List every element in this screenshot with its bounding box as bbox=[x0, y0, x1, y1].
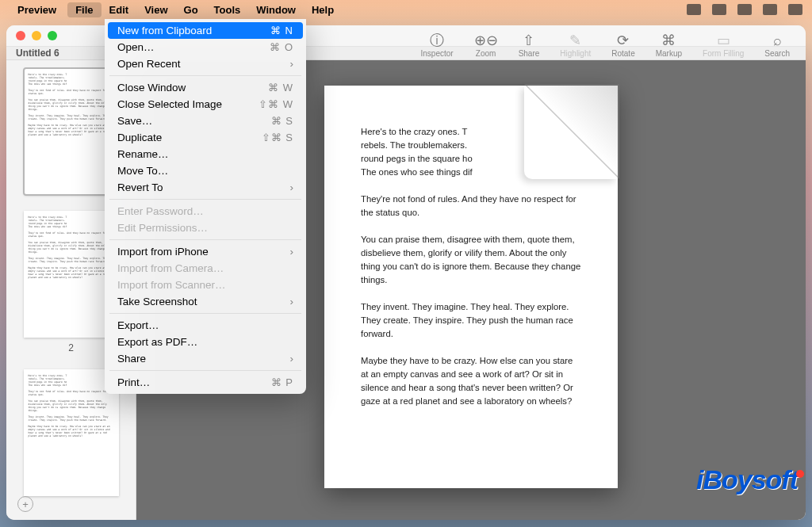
document-paragraph: You can praise them, disagree with them,… bbox=[361, 233, 581, 287]
menu-item-label: Enter Password… bbox=[117, 205, 204, 217]
toolbar-rotate[interactable]: ⟳Rotate bbox=[603, 30, 642, 59]
toolbar-markup[interactable]: ⌘Markup bbox=[648, 30, 690, 59]
menubar-status-icons bbox=[687, 4, 802, 15]
toolbar-label: Share bbox=[519, 49, 540, 58]
page-curl-decoration bbox=[523, 86, 618, 181]
status-icon[interactable] bbox=[788, 4, 802, 15]
chevron-right-icon: › bbox=[290, 353, 294, 365]
menu-item-label: Import from iPhone bbox=[117, 246, 209, 258]
minimize-window-button[interactable] bbox=[32, 31, 41, 40]
toolbar-label: Form Filling bbox=[703, 49, 744, 58]
menu-item-rename[interactable]: Rename… bbox=[108, 146, 303, 162]
menu-item-label: Move To… bbox=[117, 165, 168, 177]
watermark: iBoysoft bbox=[696, 464, 804, 495]
document-tab[interactable]: Untitled 6 bbox=[16, 48, 59, 59]
menu-item-import-from-camera: Import from Camera… bbox=[108, 260, 303, 277]
menu-shortcut: ⌘ O bbox=[270, 41, 293, 53]
toolbar-highlight: ✎Highlight bbox=[552, 30, 599, 59]
menu-item-label: Import from Scanner… bbox=[117, 279, 226, 291]
zoom-window-button[interactable] bbox=[48, 31, 57, 40]
menu-separator bbox=[109, 199, 301, 200]
menu-separator bbox=[109, 370, 301, 371]
status-icon[interactable] bbox=[687, 4, 701, 15]
chevron-right-icon: › bbox=[290, 246, 294, 258]
status-icon[interactable] bbox=[737, 4, 752, 15]
document-page: Here's to the crazy ones. T rebels. The … bbox=[324, 86, 618, 488]
menu-item-label: Save… bbox=[117, 115, 152, 127]
menu-item-label: Open… bbox=[117, 41, 155, 53]
inspector-icon: ⓘ bbox=[430, 32, 444, 49]
menu-item-export[interactable]: Export… bbox=[108, 317, 303, 334]
menu-separator bbox=[109, 75, 301, 76]
menu-item-label: Edit Permissions… bbox=[117, 222, 208, 234]
menu-item-share[interactable]: Share› bbox=[108, 350, 303, 367]
menu-separator bbox=[109, 313, 301, 314]
menu-item-edit-permissions: Edit Permissions… bbox=[108, 220, 303, 236]
menu-item-take-screenshot[interactable]: Take Screenshot› bbox=[108, 293, 303, 310]
menu-item-label: Close Window bbox=[117, 82, 186, 94]
menu-item-save[interactable]: Save…⌘ S bbox=[108, 113, 303, 129]
menu-item-label: Duplicate bbox=[117, 132, 162, 143]
markup-icon: ⌘ bbox=[661, 32, 676, 49]
menu-item-print[interactable]: Print…⌘ P bbox=[108, 374, 303, 391]
menubar-menu-file[interactable]: File bbox=[67, 2, 101, 17]
menu-item-close-window[interactable]: Close Window⌘ W bbox=[108, 79, 303, 96]
menu-item-label: Share bbox=[117, 353, 146, 365]
menu-shortcut: ⌘ P bbox=[271, 376, 293, 388]
menu-item-import-from-iphone[interactable]: Import from iPhone› bbox=[108, 243, 303, 260]
menubar-menu-view[interactable]: View bbox=[136, 2, 175, 17]
menu-item-move-to[interactable]: Move To… bbox=[108, 162, 303, 179]
file-menu-dropdown: New from Clipboard⌘ NOpen…⌘ OOpen Recent… bbox=[105, 19, 306, 394]
menu-item-label: Print… bbox=[117, 376, 150, 388]
menubar-app-name[interactable]: Preview bbox=[17, 4, 56, 16]
chevron-right-icon: › bbox=[290, 181, 294, 193]
menu-item-label: Rename… bbox=[117, 148, 169, 160]
form-filling-icon: ▭ bbox=[717, 32, 730, 49]
toolbar-share[interactable]: ⇧Share bbox=[511, 30, 548, 59]
document-paragraph: Maybe they have to be crazy. How else ca… bbox=[361, 354, 581, 408]
menu-item-open[interactable]: Open…⌘ O bbox=[108, 39, 303, 55]
menu-item-revert-to[interactable]: Revert To› bbox=[108, 179, 303, 196]
toolbar-label: Zoom bbox=[476, 49, 496, 58]
share-icon: ⇧ bbox=[523, 32, 534, 49]
toolbar-search[interactable]: ⌕Search bbox=[756, 30, 798, 59]
menubar-menu-edit[interactable]: Edit bbox=[102, 2, 137, 17]
menu-item-import-from-scanner: Import from Scanner… bbox=[108, 277, 303, 293]
close-window-button[interactable] bbox=[16, 31, 25, 40]
chevron-right-icon: › bbox=[290, 296, 294, 307]
menu-item-label: Export as PDF… bbox=[117, 336, 197, 348]
menu-item-export-as-pdf[interactable]: Export as PDF… bbox=[108, 334, 303, 350]
menu-shortcut: ⌘ N bbox=[270, 25, 293, 36]
menu-shortcut: ⌘ W bbox=[268, 82, 293, 94]
menubar-menu-tools[interactable]: Tools bbox=[206, 2, 249, 17]
menu-shortcut: ⌘ S bbox=[271, 115, 293, 127]
menu-item-label: Revert To bbox=[117, 181, 163, 193]
menu-shortcut: ⇧⌘ S bbox=[262, 132, 293, 143]
toolbar-label: Highlight bbox=[560, 49, 591, 58]
chevron-right-icon: › bbox=[290, 58, 294, 70]
menu-item-label: New from Clipboard bbox=[117, 25, 212, 36]
menu-item-new-from-clipboard[interactable]: New from Clipboard⌘ N bbox=[108, 22, 303, 39]
menu-item-open-recent[interactable]: Open Recent› bbox=[108, 55, 303, 72]
status-icon[interactable] bbox=[712, 4, 726, 15]
menu-item-label: Open Recent bbox=[117, 58, 181, 70]
toolbar-zoom[interactable]: ⊕⊖Zoom bbox=[466, 30, 506, 59]
window-toolbar: ⓘInspector⊕⊖Zoom⇧Share✎Highlight⟳Rotate⌘… bbox=[413, 30, 799, 59]
toolbar-label: Search bbox=[764, 49, 790, 58]
menu-item-label: Export… bbox=[117, 319, 159, 331]
menu-shortcut: ⇧⌘ W bbox=[259, 98, 293, 110]
menubar-menu-go[interactable]: Go bbox=[176, 2, 206, 17]
rotate-icon: ⟳ bbox=[617, 32, 629, 49]
menubar-menu-window[interactable]: Window bbox=[248, 2, 304, 17]
status-icon[interactable] bbox=[763, 4, 777, 15]
document-paragraph: They invent. They imagine. They heal. Th… bbox=[361, 300, 581, 341]
toolbar-inspector[interactable]: ⓘInspector bbox=[413, 30, 462, 59]
toolbar-label: Inspector bbox=[421, 49, 454, 58]
add-page-button[interactable]: + bbox=[17, 496, 33, 512]
menubar-menu-help[interactable]: Help bbox=[304, 2, 342, 17]
zoom-icon: ⊕⊖ bbox=[474, 32, 498, 49]
menu-item-duplicate[interactable]: Duplicate⇧⌘ S bbox=[108, 129, 303, 146]
highlight-icon: ✎ bbox=[569, 32, 581, 49]
toolbar-label: Markup bbox=[656, 49, 682, 58]
menu-item-close-selected-image[interactable]: Close Selected Image⇧⌘ W bbox=[108, 96, 303, 113]
